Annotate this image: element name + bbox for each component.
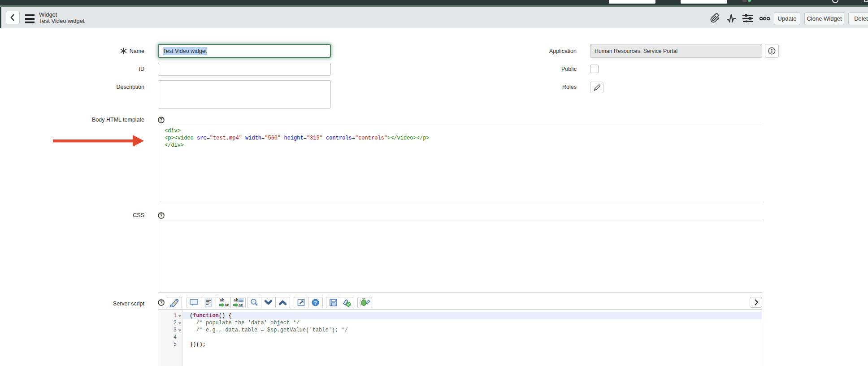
svg-text:ac: ac: [225, 303, 229, 307]
svg-text:?: ?: [314, 300, 317, 305]
svg-text:ab: ab: [220, 298, 225, 302]
svg-text:?: ?: [160, 300, 162, 305]
svg-text:ab: ab: [234, 298, 239, 302]
svg-text:ac: ac: [239, 303, 243, 307]
svg-text:?: ?: [160, 213, 162, 218]
svg-text:?: ?: [160, 117, 162, 122]
